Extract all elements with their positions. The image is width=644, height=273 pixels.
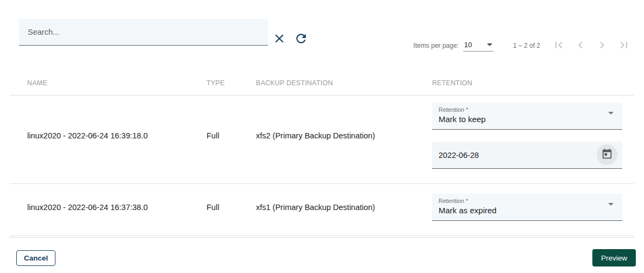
calendar-icon bbox=[601, 148, 613, 162]
column-header-backup-destination: BACKUP DESTINATION bbox=[256, 79, 432, 87]
previous-page-button[interactable] bbox=[570, 35, 591, 56]
first-page-icon bbox=[552, 39, 565, 53]
first-page-button[interactable] bbox=[548, 35, 570, 56]
cancel-button[interactable]: Cancel bbox=[16, 250, 55, 266]
retention-date-field bbox=[432, 142, 622, 169]
column-header-retention: RETENTION bbox=[432, 79, 634, 87]
retention-cell: Retention * Mark to keep bbox=[432, 103, 622, 169]
table-header-row: NAME TYPE BACKUP DESTINATION RETENTION bbox=[10, 71, 634, 96]
refresh-button[interactable] bbox=[291, 29, 311, 48]
backup-name: linux2020 - 2022-06-24 16:37:38.0 bbox=[27, 203, 207, 212]
retention-date-input[interactable] bbox=[432, 151, 580, 160]
footer-divider bbox=[10, 237, 634, 238]
retention-select-value: Mark as expired bbox=[439, 206, 622, 215]
retention-select[interactable]: Retention * Mark to keep bbox=[432, 103, 622, 130]
items-per-page-label: Items per page: bbox=[414, 42, 459, 49]
refresh-icon bbox=[294, 31, 308, 46]
paginator-nav bbox=[548, 35, 635, 56]
backup-destination: xfs1 (Primary Backup Destination) bbox=[256, 203, 432, 212]
search-field[interactable] bbox=[19, 19, 268, 46]
chevron-down-icon bbox=[608, 206, 614, 214]
preview-button[interactable]: Preview bbox=[592, 249, 636, 266]
backup-type: Full bbox=[207, 203, 256, 212]
backups-table: NAME TYPE BACKUP DESTINATION RETENTION l… bbox=[10, 71, 634, 236]
retention-cell: Retention * Mark as expired bbox=[432, 194, 622, 221]
backup-type: Full bbox=[207, 131, 256, 140]
backup-name: linux2020 - 2022-06-24 16:39:18.0 bbox=[27, 131, 207, 140]
column-header-name: NAME bbox=[27, 79, 207, 87]
page-size-value: 10 bbox=[464, 41, 472, 49]
retention-select-label: Retention * bbox=[439, 106, 622, 113]
column-header-type: TYPE bbox=[207, 79, 256, 87]
close-icon bbox=[272, 31, 286, 46]
paginator: Items per page: 10 1 – 2 of 2 bbox=[414, 37, 635, 54]
chevron-down-icon bbox=[487, 43, 492, 46]
retention-select-value: Mark to keep bbox=[439, 115, 622, 124]
clear-search-button[interactable] bbox=[270, 29, 289, 48]
datepicker-toggle-button[interactable] bbox=[597, 144, 617, 165]
search-input[interactable] bbox=[19, 19, 268, 45]
next-page-button[interactable] bbox=[591, 35, 613, 56]
table-row: linux2020 - 2022-06-24 16:37:38.0 Full x… bbox=[10, 184, 634, 236]
table-row: linux2020 - 2022-06-24 16:39:18.0 Full x… bbox=[10, 96, 634, 184]
chevron-left-icon bbox=[574, 39, 587, 53]
last-page-button[interactable] bbox=[613, 35, 635, 56]
chevron-down-icon bbox=[608, 115, 614, 123]
retention-select[interactable]: Retention * Mark as expired bbox=[432, 194, 622, 221]
chevron-right-icon bbox=[596, 39, 609, 53]
paginator-range-label: 1 – 2 of 2 bbox=[513, 42, 540, 49]
page-size-select[interactable]: 10 bbox=[463, 40, 493, 52]
last-page-icon bbox=[617, 39, 630, 53]
backup-destination: xfs2 (Primary Backup Destination) bbox=[256, 131, 432, 140]
retention-select-label: Retention * bbox=[439, 198, 622, 204]
